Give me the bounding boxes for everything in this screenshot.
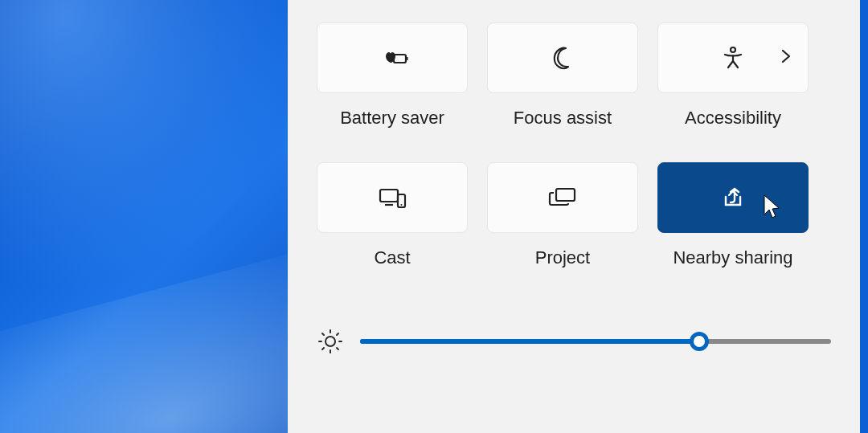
share-icon — [721, 186, 745, 210]
quick-settings-grid: Battery saver Focus assist — [317, 22, 831, 302]
svg-line-13 — [322, 333, 324, 335]
cast-icon — [377, 186, 407, 209]
project-tile[interactable] — [487, 162, 638, 233]
quick-settings-panel: Battery saver Focus assist — [288, 0, 860, 433]
cast-label: Cast — [374, 247, 410, 268]
desktop-background — [0, 0, 288, 433]
tile-group-project: Project — [487, 162, 638, 268]
nearby-sharing-label: Nearby sharing — [673, 247, 792, 268]
svg-point-2 — [731, 47, 735, 52]
battery-saver-tile[interactable] — [317, 22, 468, 93]
nearby-sharing-tile[interactable] — [657, 162, 809, 233]
battery-saver-icon — [376, 47, 408, 69]
focus-assist-label: Focus assist — [514, 108, 612, 129]
brightness-icon — [317, 328, 344, 355]
svg-rect-0 — [394, 55, 406, 63]
svg-point-6 — [401, 204, 403, 206]
tile-group-battery-saver: Battery saver — [317, 22, 468, 129]
cast-tile[interactable] — [317, 162, 468, 233]
moon-icon — [550, 45, 575, 71]
svg-rect-3 — [380, 190, 398, 202]
svg-rect-1 — [406, 57, 408, 60]
svg-line-16 — [337, 333, 338, 335]
svg-line-15 — [322, 348, 324, 349]
slider-thumb[interactable] — [690, 332, 709, 351]
tile-group-nearby-sharing: Nearby sharing — [657, 162, 809, 268]
tile-group-focus-assist: Focus assist — [487, 22, 638, 129]
chevron-right-icon — [780, 49, 792, 67]
accessibility-icon — [721, 46, 745, 70]
brightness-slider[interactable] — [360, 332, 831, 351]
svg-point-8 — [326, 337, 335, 346]
battery-saver-label: Battery saver — [340, 108, 444, 129]
cursor-icon — [761, 194, 784, 224]
svg-rect-7 — [556, 189, 575, 201]
tile-group-cast: Cast — [317, 162, 468, 268]
right-edge-strip — [860, 0, 868, 433]
project-label: Project — [535, 247, 590, 268]
project-icon — [547, 186, 578, 209]
accessibility-label: Accessibility — [685, 108, 781, 129]
focus-assist-tile[interactable] — [487, 22, 638, 93]
brightness-row — [317, 328, 831, 355]
accessibility-tile[interactable] — [657, 22, 809, 93]
svg-line-14 — [337, 348, 338, 349]
tile-group-accessibility: Accessibility — [657, 22, 809, 129]
slider-fill — [360, 339, 699, 344]
